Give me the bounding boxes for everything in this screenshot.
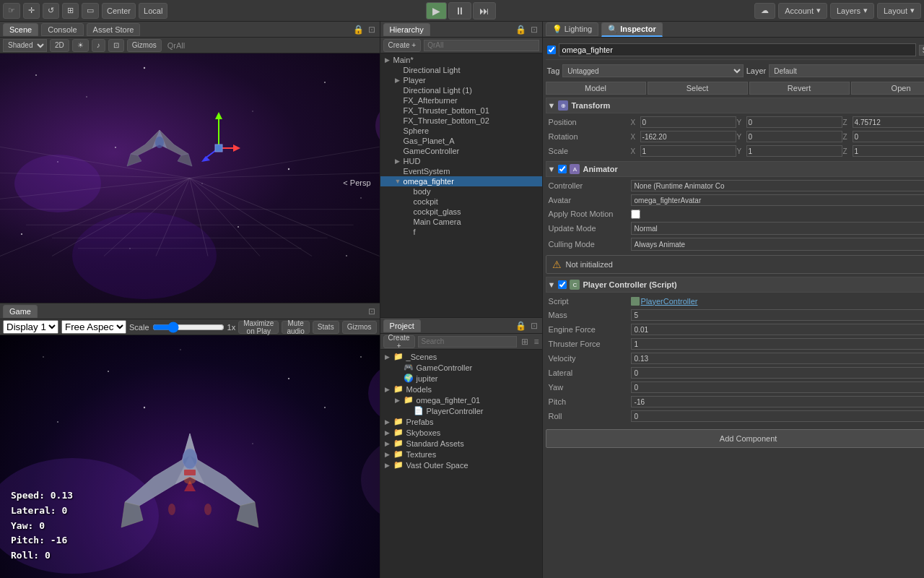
hierarchy-list-item[interactable]: FX_Thruster_bottom_01 bbox=[380, 105, 542, 116]
hierarchy-search[interactable] bbox=[424, 40, 539, 51]
obj-name-field[interactable] bbox=[559, 43, 916, 56]
velocity-field[interactable] bbox=[631, 353, 924, 364]
create-hierarchy-btn[interactable]: Create + bbox=[383, 39, 422, 52]
project-settings-icon[interactable]: ⊞ bbox=[520, 337, 530, 347]
layout-btn[interactable]: Layout ▾ bbox=[877, 3, 921, 19]
hand-tool-btn[interactable]: ☞ bbox=[3, 3, 20, 19]
aspect-select[interactable]: Free Aspect bbox=[61, 320, 126, 334]
project-tab[interactable]: Project bbox=[383, 319, 421, 332]
revert-btn[interactable]: Revert bbox=[749, 82, 850, 95]
animator-component-header[interactable]: ▼ A Animator ⚙ ▪ bbox=[546, 161, 924, 177]
player-controller-header[interactable]: ▼ C Player Controller (Script) ⚙ ▪ bbox=[546, 277, 924, 293]
display-select[interactable]: Display 1 bbox=[3, 320, 58, 334]
hierarchy-list-item[interactable]: f bbox=[380, 227, 542, 237]
hierarchy-list-item[interactable]: Directional Light bbox=[380, 65, 542, 75]
scene-tab[interactable]: Scene bbox=[3, 23, 38, 36]
audio-btn[interactable]: ♪ bbox=[92, 39, 105, 52]
light-btn[interactable]: ☀ bbox=[72, 39, 89, 52]
transform-gizmo[interactable] bbox=[197, 108, 240, 166]
project-list-item[interactable]: 🌍jupiter bbox=[380, 373, 542, 384]
hierarchy-list-item[interactable]: ▼omega_fighter bbox=[380, 176, 542, 186]
project-list-item[interactable]: ▶📁_Scenes bbox=[380, 351, 542, 362]
pos-y-field[interactable] bbox=[746, 116, 842, 128]
pause-btn[interactable]: ⏸ bbox=[448, 2, 471, 20]
hierarchy-lock-icon[interactable]: 🔒 bbox=[514, 25, 528, 35]
hierarchy-list-item[interactable]: ▶Player bbox=[380, 75, 542, 85]
model-btn[interactable]: Model bbox=[546, 82, 646, 95]
hierarchy-list-item[interactable]: ▶HUD bbox=[380, 156, 542, 166]
script-link[interactable]: PlayerController bbox=[641, 297, 698, 306]
layer-select[interactable]: Default bbox=[769, 64, 924, 77]
lock-icon[interactable]: 🔒 bbox=[352, 25, 365, 35]
scene-canvas[interactable]: < Persp bbox=[0, 53, 380, 303]
stats-btn[interactable]: Stats bbox=[313, 321, 339, 334]
lighting-tab[interactable]: 💡 Lighting bbox=[546, 22, 599, 36]
effects-btn[interactable]: ⊡ bbox=[108, 39, 124, 52]
scale-z-field[interactable] bbox=[853, 145, 924, 157]
game-tab[interactable]: Game bbox=[3, 305, 38, 318]
mute-audio-btn[interactable]: Mute audio bbox=[282, 321, 309, 334]
account-btn[interactable]: Account ▾ bbox=[778, 3, 827, 19]
player-ctrl-active-checkbox[interactable] bbox=[558, 280, 567, 289]
tag-select[interactable]: Untagged bbox=[562, 64, 743, 77]
hierarchy-list-item[interactable]: ▶Main* bbox=[380, 55, 542, 65]
layers-btn[interactable]: Layers ▾ bbox=[830, 3, 874, 19]
add-component-btn[interactable]: Add Component bbox=[546, 429, 924, 448]
gizmos-scene-btn[interactable]: Gizmos bbox=[127, 39, 162, 52]
project-list-item[interactable]: ▶📁Models bbox=[380, 384, 542, 394]
thruster-force-field[interactable] bbox=[631, 338, 924, 350]
center-btn[interactable]: Center bbox=[102, 3, 136, 19]
lateral-field[interactable] bbox=[631, 367, 924, 379]
project-list-item[interactable]: ▶📁omega_fighter_01 bbox=[380, 394, 542, 405]
engine-force-field[interactable] bbox=[631, 324, 924, 335]
console-tab[interactable]: Console bbox=[41, 23, 83, 36]
hierarchy-list-item[interactable]: cockpit bbox=[380, 197, 542, 207]
scale-tool-btn[interactable]: ⊞ bbox=[62, 3, 79, 19]
rot-y-field[interactable] bbox=[746, 131, 842, 142]
maximize-play-btn[interactable]: Maximize on Play bbox=[238, 321, 279, 334]
hierarchy-list-item[interactable]: EventSystem bbox=[380, 166, 542, 176]
pitch-field[interactable] bbox=[631, 396, 924, 407]
obj-active-checkbox[interactable] bbox=[547, 46, 556, 54]
game-maximize-icon[interactable]: ⊡ bbox=[367, 306, 377, 316]
hierarchy-list-item[interactable]: GameController bbox=[380, 146, 542, 156]
play-btn[interactable]: ▶ bbox=[426, 2, 447, 20]
cloud-btn[interactable]: ☁ bbox=[754, 3, 775, 19]
hierarchy-list-item[interactable]: Gas_Planet_A bbox=[380, 136, 542, 146]
hierarchy-tab[interactable]: Hierarchy bbox=[383, 23, 430, 36]
project-search[interactable] bbox=[418, 336, 517, 348]
open-btn[interactable]: Open bbox=[851, 82, 924, 95]
scale-x-field[interactable] bbox=[640, 145, 736, 157]
hierarchy-list-item[interactable]: body bbox=[380, 186, 542, 197]
apply-root-checkbox[interactable] bbox=[631, 210, 640, 219]
rot-z-field[interactable] bbox=[853, 131, 924, 142]
2d-btn[interactable]: 2D bbox=[50, 39, 69, 52]
rot-x-field[interactable] bbox=[640, 131, 736, 142]
avatar-field[interactable] bbox=[631, 194, 924, 206]
project-list-item[interactable]: 📄PlayerController bbox=[380, 405, 542, 416]
pos-z-field[interactable] bbox=[853, 116, 924, 128]
inspector-tab[interactable]: 🔍 Inspector bbox=[601, 22, 663, 37]
maximize-scene-icon[interactable]: ⊡ bbox=[367, 25, 377, 35]
hierarchy-list-item[interactable]: FX_Thruster_bottom_02 bbox=[380, 116, 542, 126]
yaw-field[interactable] bbox=[631, 381, 924, 393]
culling-mode-select[interactable]: Always Animate bbox=[631, 238, 924, 251]
project-max-icon[interactable]: ⊡ bbox=[529, 321, 539, 331]
game-canvas[interactable]: Speed: 0.13 Lateral: 0 Yaw: 0 Pitch: -16… bbox=[0, 335, 380, 578]
project-view-icon[interactable]: ≡ bbox=[533, 337, 541, 347]
controller-field[interactable] bbox=[631, 180, 924, 191]
project-lock-icon[interactable]: 🔒 bbox=[514, 321, 528, 331]
hierarchy-list-item[interactable]: cockpit_glass bbox=[380, 207, 542, 217]
roll-field[interactable] bbox=[631, 410, 924, 422]
hierarchy-list-item[interactable]: Main Camera bbox=[380, 217, 542, 227]
scale-y-field[interactable] bbox=[746, 145, 842, 157]
hierarchy-max-icon[interactable]: ⊡ bbox=[529, 25, 539, 35]
select-btn[interactable]: Select bbox=[648, 82, 748, 95]
hierarchy-list-item[interactable]: FX_Afterburner bbox=[380, 95, 542, 105]
project-list-item[interactable]: ▶📁Standard Assets bbox=[380, 438, 542, 449]
project-list-item[interactable]: ▶📁Textures bbox=[380, 449, 542, 460]
project-list-item[interactable]: ▶📁Vast Outer Space bbox=[380, 460, 542, 470]
project-list-item[interactable]: ▶📁Prefabs bbox=[380, 416, 542, 427]
local-btn[interactable]: Local bbox=[139, 3, 167, 19]
hierarchy-list-item[interactable]: Sphere bbox=[380, 126, 542, 136]
